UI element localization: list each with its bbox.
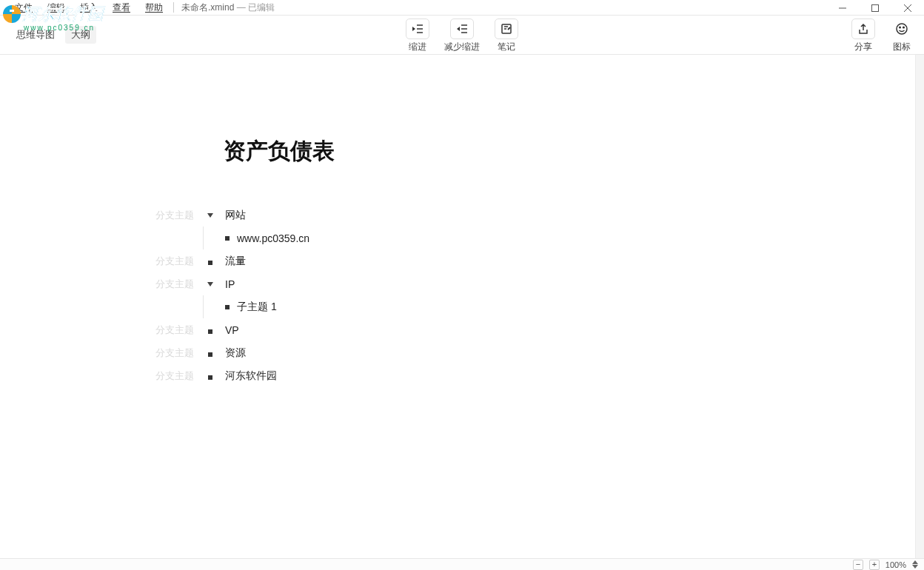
menu-file[interactable]: 文件 xyxy=(7,1,40,14)
outdent-button[interactable]: 减少缩进 xyxy=(444,19,480,53)
indent-label: 缩进 xyxy=(409,41,426,53)
outline-item[interactable]: 分支主题资源 xyxy=(155,341,915,364)
note-label: 笔记 xyxy=(498,41,515,53)
outdent-label: 减少缩进 xyxy=(444,41,480,53)
smiley-icon xyxy=(890,19,914,39)
menu-insert[interactable]: 插入 xyxy=(73,1,105,14)
branch-hint: 分支主题 xyxy=(155,255,200,268)
document-title: 未命名.xmind — 已编辑 xyxy=(181,1,275,14)
branch-hint: 分支主题 xyxy=(155,323,200,337)
indent-icon xyxy=(406,19,429,39)
zoom-in-button[interactable]: + xyxy=(869,560,880,570)
bullet-icon xyxy=(200,255,221,267)
bullet-icon xyxy=(200,324,221,336)
bullet-icon xyxy=(200,347,221,359)
outline-item[interactable]: 分支主题网站 xyxy=(155,204,915,227)
outline-child-item[interactable]: 子主题 1 xyxy=(155,295,915,318)
outdent-icon xyxy=(450,19,474,39)
window-close-button[interactable] xyxy=(891,0,924,16)
toolbar: 思维导图 大纲 缩进 减少缩进 xyxy=(0,16,924,55)
window-maximize-button[interactable] xyxy=(859,0,891,16)
status-bar: − + 100% xyxy=(0,558,924,570)
branch-hint: 分支主题 xyxy=(155,278,200,291)
svg-point-13 xyxy=(900,27,901,28)
window-controls xyxy=(826,0,924,16)
branch-hint: 分支主题 xyxy=(155,369,200,383)
menu-edit[interactable]: 编辑 xyxy=(40,1,73,14)
icons-label: 图标 xyxy=(893,41,911,53)
zoom-dropdown-icon[interactable] xyxy=(912,560,918,569)
outline-item[interactable]: 分支主题流量 xyxy=(155,249,915,272)
outline-child-label: www.pc0359.cn xyxy=(237,232,309,244)
bullet-icon xyxy=(200,370,221,382)
outline-item[interactable]: 分支主题河东软件园 xyxy=(155,364,915,387)
menu-help[interactable]: 帮助 xyxy=(138,1,170,14)
menubar: 文件 编辑 插入 查看 帮助 未命名.xmind — 已编辑 xyxy=(0,0,924,16)
bullet-icon xyxy=(225,236,230,241)
document-edited-label: 已编辑 xyxy=(248,2,275,13)
tab-mindmap[interactable]: 思维导图 xyxy=(10,26,61,44)
outline-item-label: 资源 xyxy=(221,346,246,360)
svg-point-12 xyxy=(897,24,907,34)
menu-separator xyxy=(173,2,174,13)
collapse-triangle-icon[interactable] xyxy=(200,209,221,221)
outline-title[interactable]: 资产负债表 xyxy=(224,136,915,167)
outline-item-label: VP xyxy=(221,324,239,336)
vertical-scrollbar[interactable] xyxy=(915,55,924,558)
share-icon xyxy=(851,19,875,39)
note-icon xyxy=(495,19,518,39)
document-name: 未命名.xmind xyxy=(181,2,234,13)
branch-hint: 分支主题 xyxy=(155,209,200,222)
indent-guide xyxy=(203,227,225,249)
indent-button[interactable]: 缩进 xyxy=(406,19,429,53)
menu-view[interactable]: 查看 xyxy=(105,1,138,14)
note-button[interactable]: 笔记 xyxy=(495,19,518,53)
zoom-out-button[interactable]: − xyxy=(853,560,863,570)
outline-item-label: 网站 xyxy=(221,209,246,222)
outline-child-label: 子主题 1 xyxy=(237,301,277,314)
zoom-level[interactable]: 100% xyxy=(886,560,906,569)
view-tabs: 思维导图 大纲 xyxy=(10,16,96,44)
window-minimize-button[interactable] xyxy=(826,0,859,16)
bullet-icon xyxy=(225,305,230,309)
outline-area: 资产负债表 分支主题网站www.pc0359.cn分支主题流量分支主题IP子主题… xyxy=(0,55,915,558)
outline-item-label: 河东软件园 xyxy=(221,369,277,383)
outline-item[interactable]: 分支主题IP xyxy=(155,272,915,295)
icons-button[interactable]: 图标 xyxy=(890,19,914,53)
outline-child-item[interactable]: www.pc0359.cn xyxy=(155,227,915,249)
indent-guide xyxy=(203,295,225,318)
share-label: 分享 xyxy=(854,41,872,53)
tab-outline[interactable]: 大纲 xyxy=(65,26,96,44)
collapse-triangle-icon[interactable] xyxy=(200,278,221,290)
svg-rect-2 xyxy=(872,4,879,11)
branch-hint: 分支主题 xyxy=(155,346,200,360)
outline-item-label: IP xyxy=(221,278,235,290)
svg-point-14 xyxy=(903,27,905,28)
share-button[interactable]: 分享 xyxy=(851,19,875,53)
outline-item[interactable]: 分支主题VP xyxy=(155,318,915,341)
outline-item-label: 流量 xyxy=(221,255,246,268)
